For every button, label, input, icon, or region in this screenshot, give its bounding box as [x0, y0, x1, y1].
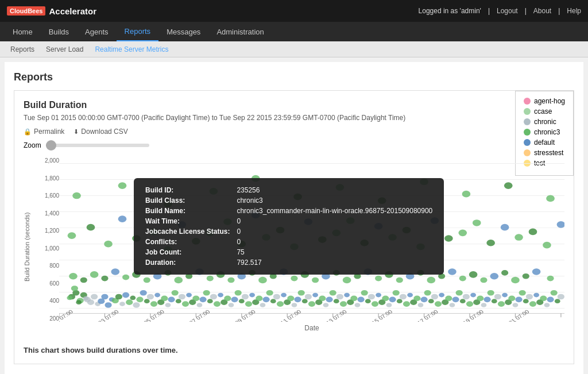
svg-point-80: [298, 290, 305, 296]
svg-point-173: [258, 277, 267, 284]
legend-item-ccase: ccase: [524, 107, 565, 115]
svg-point-100: [368, 294, 375, 300]
zoom-slider[interactable]: [46, 144, 149, 147]
svg-point-189: [427, 277, 435, 284]
tooltip-duration-value: 792.517: [234, 257, 435, 268]
logged-in-label: Logged in as 'admin': [419, 7, 481, 15]
svg-text:Sep 17 07:00: Sep 17 07:00: [406, 309, 439, 322]
svg-point-97: [357, 297, 364, 303]
legend-dot-agent-hog: [524, 98, 531, 105]
svg-point-91: [336, 294, 343, 300]
svg-point-155: [69, 273, 78, 280]
legend-dot-chronic3: [524, 129, 531, 136]
svg-point-42: [165, 303, 171, 307]
nav-item-administration[interactable]: Administration: [208, 23, 272, 41]
legend-item-chronic3: chronic3: [524, 128, 565, 136]
chart-area[interactable]: Build ID: 235256 Build Class: chronic3 B…: [59, 155, 564, 339]
nav-item-home[interactable]: Home: [5, 23, 41, 41]
sub-nav-server-load[interactable]: Server Load: [40, 43, 89, 56]
permalink-link[interactable]: Permalink: [24, 128, 64, 136]
zoom-row: Zoom: [24, 141, 564, 149]
svg-point-156: [80, 277, 87, 283]
svg-point-86: [319, 296, 326, 302]
logout-link[interactable]: Logout: [497, 7, 518, 15]
svg-point-93: [344, 293, 350, 298]
svg-point-158: [101, 276, 108, 282]
svg-point-131: [477, 296, 483, 302]
sub-nav-reports[interactable]: Reports: [5, 43, 40, 56]
tooltip-build-id-value: 235256: [234, 185, 435, 195]
legend-dot-chronic: [524, 118, 531, 125]
svg-point-71: [266, 290, 273, 296]
svg-point-53: [203, 290, 210, 296]
main-nav: Home Builds Agents Reports Messages Admi…: [0, 22, 588, 41]
svg-point-123: [450, 303, 455, 307]
tooltip-build-id-label: Build ID:: [143, 185, 234, 195]
svg-point-246: [504, 182, 513, 189]
svg-point-150: [544, 303, 550, 307]
svg-point-152: [551, 290, 558, 296]
svg-point-162: [144, 277, 150, 283]
svg-point-195: [490, 273, 498, 280]
svg-point-110: [403, 301, 410, 307]
nav-item-reports[interactable]: Reports: [117, 22, 159, 41]
tooltip-conflicts-label: Conflicts:: [143, 237, 234, 247]
svg-point-28: [115, 294, 122, 300]
svg-point-114: [418, 303, 424, 307]
legend-dot-default: [524, 139, 531, 146]
chart-title: Build Duration: [24, 100, 564, 110]
nav-item-builds[interactable]: Builds: [41, 23, 77, 41]
y-axis-ticks: 2,000 1,800 1,600 1,400 1,200 1,000 800 …: [33, 155, 59, 339]
nav-item-messages[interactable]: Messages: [158, 23, 208, 41]
svg-point-160: [122, 275, 129, 280]
svg-text:Sep 09 07:00: Sep 09 07:00: [223, 309, 257, 322]
svg-point-50: [192, 296, 199, 302]
svg-point-191: [448, 268, 457, 275]
svg-text:Sep 03 07:00: Sep 03 07:00: [87, 309, 120, 322]
svg-point-19: [87, 299, 94, 305]
svg-point-99: [365, 299, 371, 303]
svg-point-25: [105, 302, 111, 308]
svg-point-46: [179, 294, 185, 300]
about-link[interactable]: About: [533, 7, 551, 15]
svg-point-230: [486, 240, 495, 246]
svg-point-78: [292, 303, 297, 307]
svg-point-20: [91, 294, 98, 300]
svg-point-154: [558, 294, 564, 300]
svg-point-193: [469, 271, 478, 278]
nav-item-agents[interactable]: Agents: [77, 23, 116, 41]
svg-point-199: [532, 268, 541, 275]
svg-point-186: [396, 277, 403, 283]
svg-point-136: [494, 294, 501, 300]
svg-point-60: [229, 303, 234, 307]
svg-point-168: [207, 276, 214, 282]
zoom-thumb[interactable]: [46, 140, 56, 151]
svg-point-88: [326, 297, 332, 303]
svg-point-45: [176, 299, 181, 303]
help-link[interactable]: Help: [567, 7, 581, 15]
lock-icon: [24, 128, 32, 136]
svg-point-141: [513, 303, 519, 307]
topbar-logo: CloudBees Accelerator: [7, 6, 96, 16]
svg-point-57: [218, 293, 223, 298]
svg-point-73: [273, 294, 280, 300]
chart-actions: Permalink Download CSV: [24, 128, 564, 136]
svg-text:Sep 05 07:00: Sep 05 07:00: [132, 309, 165, 322]
download-csv-link[interactable]: Download CSV: [74, 128, 127, 136]
svg-point-201: [68, 232, 76, 239]
svg-point-128: [466, 301, 473, 307]
svg-point-234: [543, 242, 551, 249]
sub-nav: Reports Server Load Realtime Server Metr…: [0, 41, 588, 57]
x-axis-label: Date: [59, 324, 564, 332]
svg-text:Sep 15 07:00: Sep 15 07:00: [361, 309, 394, 322]
svg-point-55: [210, 294, 217, 300]
svg-point-101: [372, 301, 378, 307]
sub-nav-realtime-metrics[interactable]: Realtime Server Metrics: [89, 43, 174, 56]
svg-point-247: [546, 195, 555, 202]
svg-point-72: [270, 299, 276, 303]
svg-point-69: [260, 303, 266, 307]
svg-point-144: [523, 299, 529, 303]
chart-footer: This chart shows build durations over ti…: [24, 346, 564, 354]
svg-point-56: [214, 301, 220, 307]
svg-point-236: [72, 192, 81, 199]
